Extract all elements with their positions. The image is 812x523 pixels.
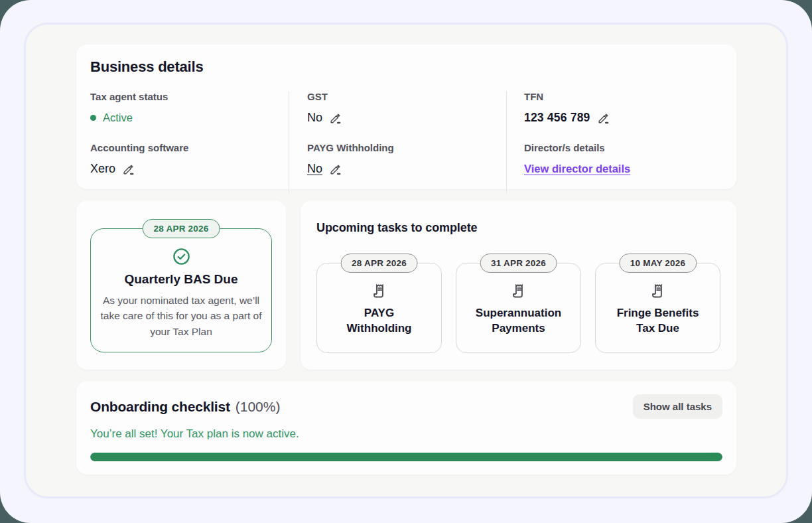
check-circle-icon-wrap (100, 247, 262, 266)
show-all-tasks-button[interactable]: Show all tasks (633, 394, 722, 419)
bas-card-title: Quarterly BAS Due (100, 272, 262, 287)
payg-withholding-value: No (307, 161, 506, 176)
bas-card-description: As your nominated tax agent, we’ll take … (100, 293, 262, 339)
quarterly-bas-card: 28 APR 2026 Quarterly BAS Due As your no… (76, 200, 286, 370)
task-date-badge: 31 APR 2026 (480, 254, 557, 273)
receipt-icon-wrap (463, 282, 574, 300)
edit-pencil-icon (329, 163, 342, 176)
director-details-value: View director details (524, 161, 722, 176)
edit-pencil-icon (597, 112, 610, 125)
gst-label: GST (307, 91, 506, 102)
status-badge: Active (103, 112, 133, 124)
accounting-software-text: Xero (90, 162, 115, 176)
dashboard-panel: Business details Tax agent status Active… (24, 23, 788, 498)
business-details-card: Business details Tax agent status Active… (76, 44, 736, 189)
upcoming-tasks-title: Upcoming tasks to complete (316, 221, 720, 235)
edit-tfn-button[interactable] (597, 112, 610, 125)
edit-payg-withholding-button[interactable] (329, 163, 342, 176)
edit-pencil-icon (329, 112, 342, 125)
business-column-3: TFN 123 456 789 Director/s details (506, 91, 722, 193)
upcoming-tasks-card: Upcoming tasks to complete 28 APR 2026 P… (301, 200, 736, 370)
checklist-header: Onboarding checklist (100%) Show all tas… (90, 394, 722, 419)
task-row: 28 APR 2026 PAYG Withholding 31 APR 2026 (316, 263, 720, 353)
task-date-badge: 28 APR 2026 (340, 254, 418, 273)
task-date-badge: 10 MAY 2026 (619, 254, 697, 273)
payg-withholding-text[interactable]: No (307, 162, 322, 176)
bas-due-date-badge: 28 APR 2026 (143, 219, 220, 238)
checklist-title: Onboarding checklist (90, 399, 230, 415)
task-title: Fringe Benefits Tax Due (602, 306, 713, 336)
view-director-details-link[interactable]: View director details (524, 163, 630, 175)
onboarding-checklist-card: Onboarding checklist (100%) Show all tas… (76, 381, 736, 475)
tfn-label: TFN (524, 91, 722, 102)
task-card-fringe-benefits-tax[interactable]: 10 MAY 2026 Fringe Benefits Tax Due (595, 263, 720, 353)
edit-pencil-icon (122, 163, 135, 176)
payg-withholding-label: PAYG Withholding (307, 142, 506, 153)
business-column-2: GST No PAYG Withholding No (289, 91, 506, 193)
checklist-percent: (100%) (236, 399, 281, 415)
receipt-icon (509, 282, 527, 300)
task-card-superannuation-payments[interactable]: 31 APR 2026 Superannuation Payments (456, 263, 581, 353)
director-details-label: Director/s details (524, 142, 722, 153)
business-column-1: Tax agent status Active Accounting softw… (90, 91, 289, 193)
edit-gst-button[interactable] (329, 112, 342, 125)
progress-bar-track (90, 453, 722, 461)
business-details-grid: Tax agent status Active Accounting softw… (90, 91, 722, 193)
receipt-icon-wrap (324, 282, 435, 300)
accounting-software-value: Xero (90, 161, 289, 176)
app-background: Business details Tax agent status Active… (0, 0, 812, 523)
task-card-payg-withholding[interactable]: 28 APR 2026 PAYG Withholding (316, 263, 442, 353)
gst-text: No (307, 111, 322, 125)
tax-agent-status-value: Active (90, 110, 289, 125)
checklist-message: You’re all set! Your Tax plan is now act… (90, 427, 722, 441)
tfn-value: 123 456 789 (524, 110, 722, 125)
task-title: PAYG Withholding (324, 306, 435, 336)
gst-value: No (307, 110, 506, 125)
receipt-icon (649, 282, 667, 300)
quarterly-bas-box: 28 APR 2026 Quarterly BAS Due As your no… (90, 228, 272, 352)
tax-agent-status-label: Tax agent status (90, 91, 289, 102)
business-details-title: Business details (90, 58, 722, 76)
tfn-text: 123 456 789 (524, 111, 590, 125)
checklist-title-wrap: Onboarding checklist (100%) (90, 399, 280, 415)
active-status-dot-icon (90, 115, 96, 121)
check-circle-icon (172, 247, 191, 266)
receipt-icon (370, 282, 388, 300)
middle-row: 28 APR 2026 Quarterly BAS Due As your no… (76, 200, 736, 370)
receipt-icon-wrap (602, 282, 713, 300)
edit-accounting-software-button[interactable] (122, 163, 135, 176)
task-title: Superannuation Payments (463, 306, 574, 336)
progress-bar-fill (90, 453, 722, 461)
accounting-software-label: Accounting software (90, 142, 289, 153)
